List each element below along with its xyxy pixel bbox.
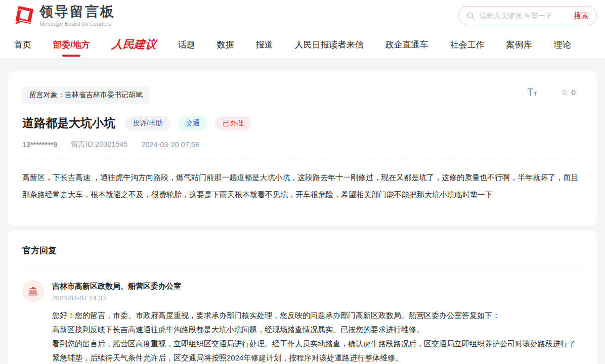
reply-section-title: 官方回复 <box>22 245 583 266</box>
font-size-toggle-icon[interactable]: Tт <box>527 86 537 98</box>
search-box: 搜索 <box>458 6 597 25</box>
logo-text: 领导留言板 Message Board for Leaders <box>39 5 115 27</box>
nav-item-social-work[interactable]: 社会工作 <box>450 39 485 51</box>
favorite-button[interactable]: ☆ 0 <box>560 87 576 98</box>
reply-organization: 吉林市高新区政数局、船营区委办公室 <box>52 280 181 291</box>
site-logo[interactable]: 领导留言板 Message Board for Leaders <box>13 5 115 27</box>
government-building-icon <box>28 286 38 296</box>
nav-item-topics[interactable]: 话题 <box>178 39 195 51</box>
nav-item-home[interactable]: 首页 <box>14 39 31 51</box>
message-card: 留言对象：吉林省吉林市委书记胡斌 Tт ☆ 0 道路都是大坑小坑 投诉/求助 交… <box>8 71 597 225</box>
logo-title: 领导留言板 <box>39 5 115 20</box>
search-input[interactable] <box>480 12 569 20</box>
main-nav: 首页 部委/地方 人民建议 话题 数据 报道 人民日报读者来信 政企直通车 社会… <box>0 31 605 58</box>
reply-body: 您好！您的留言，市委、市政府高度重视，要求承办部门核实处理，您反映的问题承办部门… <box>52 308 583 364</box>
reply-item: 吉林市高新区政数局、船营区委办公室 2024-04-07 14:33 <box>22 280 583 302</box>
star-icon: ☆ <box>560 87 568 98</box>
nav-item-ministries-local[interactable]: 部委/地方 <box>53 39 90 51</box>
font-size-large-glyph: T <box>527 86 534 98</box>
reply-author-block: 吉林市高新区政数局、船营区委办公室 2024-04-07 14:33 <box>52 280 181 302</box>
message-date: 2024-03-20 07:58 <box>141 141 199 149</box>
nav-item-reports[interactable]: 报道 <box>256 39 273 51</box>
search-button[interactable]: 搜索 <box>574 11 589 21</box>
reply-paragraph: 高新区接到反映下长吉高速通往虎牛沟路段都是大坑小坑问题，经现场踏查情况属实。已按… <box>52 323 583 337</box>
nav-item-theory[interactable]: 理论 <box>554 39 571 51</box>
reply-paragraph: 您好！您的留言，市委、市政府高度重视，要求承办部门核实处理，您反映的问题承办部门… <box>52 308 583 323</box>
message-id: 留言ID:20321545 <box>71 140 127 149</box>
message-author: 13********9 <box>22 141 57 149</box>
nav-item-case-library[interactable]: 案例库 <box>506 39 532 51</box>
tag-status-handled: 已办理 <box>215 116 251 130</box>
message-title: 道路都是大坑小坑 <box>22 115 115 131</box>
message-body: 高新区，下长吉高速 ，通往虎牛沟方向路段，燃气站门前那一趟道都是大坑小坑，这段路… <box>22 169 583 203</box>
logo-subtitle: Message Board for Leaders <box>39 21 115 27</box>
font-size-small-glyph: т <box>534 89 537 97</box>
site-header: 领导留言板 Message Board for Leaders 搜索 <box>0 0 605 31</box>
official-reply-card: 官方回复 吉林市高新区政数局、船营区委办公室 2024-04-07 14:33 <box>8 231 597 364</box>
nav-item-data[interactable]: 数据 <box>217 39 234 51</box>
reply-date: 2024-04-07 14:33 <box>52 294 181 302</box>
logo-mark-icon <box>13 5 34 26</box>
nav-item-peoples-suggestions[interactable]: 人民建议 <box>111 37 157 52</box>
message-title-row: 道路都是大坑小坑 投诉/求助 交通 已办理 <box>22 115 583 131</box>
avatar <box>22 280 44 302</box>
main-content: 留言对象：吉林省吉林市委书记胡斌 Tт ☆ 0 道路都是大坑小坑 投诉/求助 交… <box>0 58 605 364</box>
favorite-count: 0 <box>572 88 576 97</box>
nav-item-reader-letters[interactable]: 人民日报读者来信 <box>295 39 364 51</box>
tag-complaint-help: 投诉/求助 <box>125 116 170 130</box>
reply-paragraph: 看到您的留言后，船营区高度重视，立即组织区交通局进行处理。经工作人员实地踏查，确… <box>52 337 583 364</box>
message-target-tag: 留言对象：吉林省吉林市委书记胡斌 <box>22 86 150 104</box>
message-actions: Tт ☆ 0 <box>527 86 576 98</box>
tag-traffic: 交通 <box>178 116 207 130</box>
nav-item-gov-biz-express[interactable]: 政企直通车 <box>385 39 428 51</box>
message-meta-row: 13********9 留言ID:20321545 2024-03-20 07:… <box>22 140 583 158</box>
search-icon <box>466 12 475 20</box>
